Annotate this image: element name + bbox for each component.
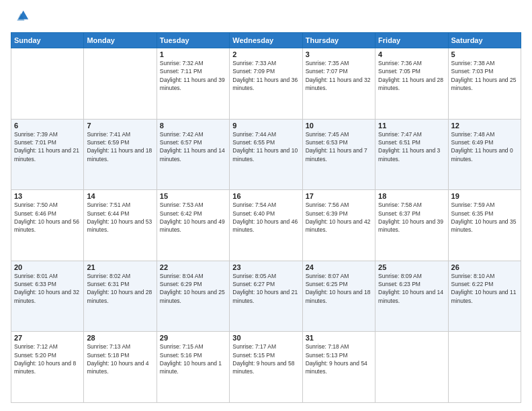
day-content: Sunrise: 7:42 AM Sunset: 6:57 PM Dayligh… [160, 130, 226, 163]
calendar-cell: 30Sunrise: 7:17 AM Sunset: 5:15 PM Dayli… [230, 332, 302, 403]
calendar-cell: 28Sunrise: 7:13 AM Sunset: 5:18 PM Dayli… [84, 332, 157, 403]
calendar-cell: 4Sunrise: 7:36 AM Sunset: 7:05 PM Daylig… [375, 48, 448, 120]
week-row-2: 6Sunrise: 7:39 AM Sunset: 7:01 PM Daylig… [11, 119, 521, 190]
day-content: Sunrise: 7:51 AM Sunset: 6:44 PM Dayligh… [87, 201, 153, 234]
calendar-cell [11, 48, 84, 120]
weekday-header-sunday: Sunday [11, 33, 84, 48]
day-number: 22 [160, 263, 226, 271]
week-row-3: 13Sunrise: 7:50 AM Sunset: 6:46 PM Dayli… [11, 190, 521, 261]
day-content: Sunrise: 8:01 AM Sunset: 6:33 PM Dayligh… [14, 272, 81, 305]
day-content: Sunrise: 8:02 AM Sunset: 6:31 PM Dayligh… [87, 272, 153, 305]
calendar-cell: 25Sunrise: 8:09 AM Sunset: 6:23 PM Dayli… [375, 261, 448, 332]
day-number: 8 [160, 122, 226, 130]
day-content: Sunrise: 7:36 AM Sunset: 7:05 PM Dayligh… [378, 59, 445, 92]
calendar-cell [84, 48, 157, 120]
day-number: 16 [232, 192, 299, 200]
calendar-cell: 7Sunrise: 7:41 AM Sunset: 6:59 PM Daylig… [84, 119, 157, 190]
day-number: 17 [306, 192, 372, 200]
page: SundayMondayTuesdayWednesdayThursdayFrid… [0, 0, 532, 411]
calendar-cell [448, 332, 521, 403]
day-number: 12 [451, 122, 518, 130]
day-number: 27 [14, 334, 81, 342]
calendar-cell: 27Sunrise: 7:12 AM Sunset: 5:20 PM Dayli… [11, 332, 84, 403]
calendar-cell: 15Sunrise: 7:53 AM Sunset: 6:42 PM Dayli… [157, 190, 229, 261]
day-number: 29 [160, 334, 226, 342]
day-number: 21 [87, 263, 153, 271]
day-content: Sunrise: 8:07 AM Sunset: 6:25 PM Dayligh… [306, 272, 372, 305]
day-number: 30 [232, 334, 299, 342]
day-content: Sunrise: 7:58 AM Sunset: 6:37 PM Dayligh… [378, 201, 445, 234]
day-content: Sunrise: 7:32 AM Sunset: 7:11 PM Dayligh… [160, 59, 226, 92]
calendar-cell: 20Sunrise: 8:01 AM Sunset: 6:33 PM Dayli… [11, 261, 84, 332]
day-number: 4 [378, 50, 445, 58]
day-content: Sunrise: 7:56 AM Sunset: 6:39 PM Dayligh… [306, 201, 372, 234]
calendar-cell: 5Sunrise: 7:38 AM Sunset: 7:03 PM Daylig… [448, 48, 521, 120]
weekday-header-wednesday: Wednesday [230, 33, 302, 48]
day-content: Sunrise: 7:38 AM Sunset: 7:03 PM Dayligh… [451, 59, 518, 92]
day-number: 14 [87, 192, 153, 200]
day-content: Sunrise: 7:48 AM Sunset: 6:49 PM Dayligh… [451, 130, 518, 163]
weekday-header-friday: Friday [375, 33, 448, 48]
day-number: 9 [232, 122, 299, 130]
calendar-cell: 13Sunrise: 7:50 AM Sunset: 6:46 PM Dayli… [11, 190, 84, 261]
calendar-cell: 29Sunrise: 7:15 AM Sunset: 5:16 PM Dayli… [157, 332, 229, 403]
calendar-cell: 16Sunrise: 7:54 AM Sunset: 6:40 PM Dayli… [230, 190, 302, 261]
day-number: 7 [87, 122, 153, 130]
calendar-cell: 24Sunrise: 8:07 AM Sunset: 6:25 PM Dayli… [302, 261, 375, 332]
day-number: 25 [378, 263, 445, 271]
day-number: 24 [306, 263, 372, 271]
day-content: Sunrise: 7:59 AM Sunset: 6:35 PM Dayligh… [451, 201, 518, 234]
day-number: 23 [232, 263, 299, 271]
calendar-cell: 26Sunrise: 8:10 AM Sunset: 6:22 PM Dayli… [448, 261, 521, 332]
day-content: Sunrise: 7:15 AM Sunset: 5:16 PM Dayligh… [160, 342, 226, 375]
weekday-header-saturday: Saturday [448, 33, 521, 48]
calendar-cell: 18Sunrise: 7:58 AM Sunset: 6:37 PM Dayli… [375, 190, 448, 261]
weekday-header-thursday: Thursday [302, 33, 375, 48]
calendar-cell: 9Sunrise: 7:44 AM Sunset: 6:55 PM Daylig… [230, 119, 302, 190]
header [11, 8, 521, 27]
day-number: 15 [160, 192, 226, 200]
day-number: 31 [306, 334, 372, 342]
calendar-cell: 1Sunrise: 7:32 AM Sunset: 7:11 PM Daylig… [157, 48, 229, 120]
day-content: Sunrise: 7:50 AM Sunset: 6:46 PM Dayligh… [14, 201, 81, 234]
calendar-cell: 14Sunrise: 7:51 AM Sunset: 6:44 PM Dayli… [84, 190, 157, 261]
weekday-header-monday: Monday [84, 33, 157, 48]
day-content: Sunrise: 7:35 AM Sunset: 7:07 PM Dayligh… [306, 59, 372, 92]
day-number: 13 [14, 192, 81, 200]
day-content: Sunrise: 7:12 AM Sunset: 5:20 PM Dayligh… [14, 342, 81, 375]
day-number: 10 [306, 122, 372, 130]
calendar-cell: 23Sunrise: 8:05 AM Sunset: 6:27 PM Dayli… [230, 261, 302, 332]
day-content: Sunrise: 7:54 AM Sunset: 6:40 PM Dayligh… [232, 201, 299, 234]
calendar-cell: 22Sunrise: 8:04 AM Sunset: 6:29 PM Dayli… [157, 261, 229, 332]
weekday-header-tuesday: Tuesday [157, 33, 229, 48]
calendar-cell [375, 332, 448, 403]
calendar-cell: 2Sunrise: 7:33 AM Sunset: 7:09 PM Daylig… [230, 48, 302, 120]
day-content: Sunrise: 8:04 AM Sunset: 6:29 PM Dayligh… [160, 272, 226, 305]
day-content: Sunrise: 8:10 AM Sunset: 6:22 PM Dayligh… [451, 272, 518, 305]
day-number: 3 [306, 50, 372, 58]
day-number: 26 [451, 263, 518, 271]
day-content: Sunrise: 7:39 AM Sunset: 7:01 PM Dayligh… [14, 130, 81, 163]
calendar-cell: 31Sunrise: 7:18 AM Sunset: 5:13 PM Dayli… [302, 332, 375, 403]
logo [11, 8, 32, 27]
day-content: Sunrise: 8:05 AM Sunset: 6:27 PM Dayligh… [232, 272, 299, 305]
calendar-table: SundayMondayTuesdayWednesdayThursdayFrid… [11, 32, 521, 403]
day-number: 2 [232, 50, 299, 58]
calendar-cell: 10Sunrise: 7:45 AM Sunset: 6:53 PM Dayli… [302, 119, 375, 190]
logo-icon [11, 8, 30, 27]
day-number: 20 [14, 263, 81, 271]
day-content: Sunrise: 7:41 AM Sunset: 6:59 PM Dayligh… [87, 130, 153, 163]
calendar-cell: 12Sunrise: 7:48 AM Sunset: 6:49 PM Dayli… [448, 119, 521, 190]
week-row-1: 1Sunrise: 7:32 AM Sunset: 7:11 PM Daylig… [11, 48, 521, 120]
day-content: Sunrise: 7:17 AM Sunset: 5:15 PM Dayligh… [232, 342, 299, 375]
calendar-cell: 17Sunrise: 7:56 AM Sunset: 6:39 PM Dayli… [302, 190, 375, 261]
weekday-header-row: SundayMondayTuesdayWednesdayThursdayFrid… [11, 33, 521, 48]
calendar-cell: 3Sunrise: 7:35 AM Sunset: 7:07 PM Daylig… [302, 48, 375, 120]
calendar-cell: 21Sunrise: 8:02 AM Sunset: 6:31 PM Dayli… [84, 261, 157, 332]
day-content: Sunrise: 7:33 AM Sunset: 7:09 PM Dayligh… [232, 59, 299, 92]
day-number: 19 [451, 192, 518, 200]
calendar-cell: 11Sunrise: 7:47 AM Sunset: 6:51 PM Dayli… [375, 119, 448, 190]
day-content: Sunrise: 7:53 AM Sunset: 6:42 PM Dayligh… [160, 201, 226, 234]
day-content: Sunrise: 7:44 AM Sunset: 6:55 PM Dayligh… [232, 130, 299, 163]
week-row-5: 27Sunrise: 7:12 AM Sunset: 5:20 PM Dayli… [11, 332, 521, 403]
